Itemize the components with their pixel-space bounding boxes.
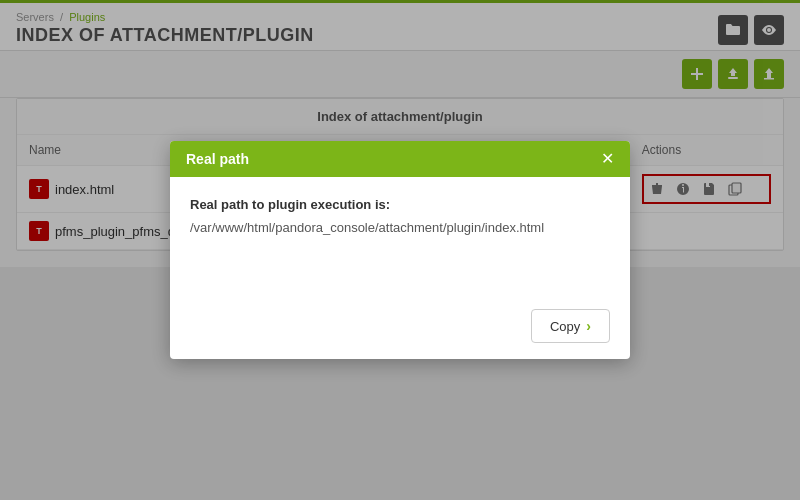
modal-title: Real path — [186, 151, 249, 167]
modal-path: /var/www/html/pandora_console/attachment… — [190, 220, 610, 235]
modal-body: Real path to plugin execution is: /var/w… — [170, 177, 630, 297]
modal-overlay[interactable]: Real path ✕ Real path to plugin executio… — [0, 0, 800, 500]
real-path-modal: Real path ✕ Real path to plugin executio… — [170, 141, 630, 359]
copy-button[interactable]: Copy › — [531, 309, 610, 343]
modal-footer: Copy › — [170, 297, 630, 359]
modal-label: Real path to plugin execution is: — [190, 197, 610, 212]
chevron-right-icon: › — [586, 318, 591, 334]
copy-button-label: Copy — [550, 319, 580, 334]
modal-close-button[interactable]: ✕ — [601, 151, 614, 167]
modal-header: Real path ✕ — [170, 141, 630, 177]
